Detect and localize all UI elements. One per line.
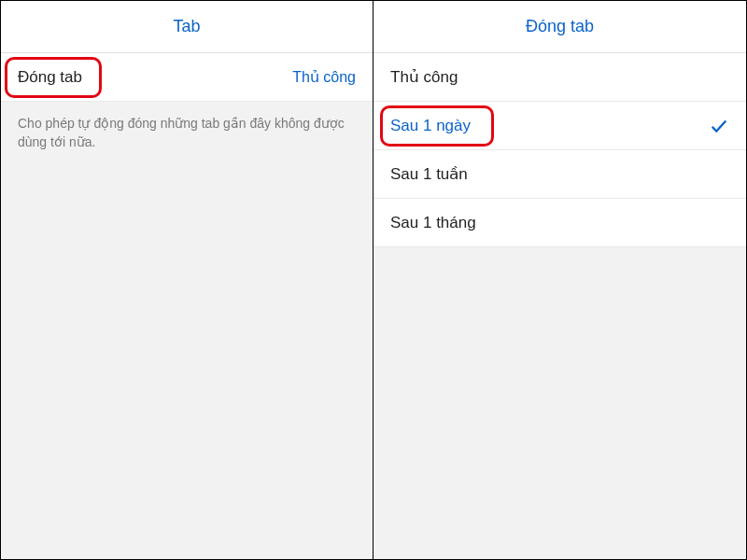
app-container: Tab Đóng tab Thủ công Cho phép tự động đ… <box>0 0 747 560</box>
option-1-week[interactable]: Sau 1 tuần <box>374 150 746 199</box>
left-header-title: Tab <box>173 17 200 36</box>
option-1-month[interactable]: Sau 1 tháng <box>374 199 746 247</box>
close-tabs-row[interactable]: Đóng tab Thủ công <box>1 53 373 102</box>
right-header: Đóng tab <box>374 1 746 53</box>
option-1-day[interactable]: Sau 1 ngày <box>374 102 746 150</box>
right-header-title: Đóng tab <box>526 17 594 36</box>
checkmark-icon <box>709 116 729 136</box>
option-manual[interactable]: Thủ công <box>374 53 746 102</box>
option-label: Thủ công <box>390 67 458 87</box>
close-tabs-row-label: Đóng tab <box>18 68 82 87</box>
close-tabs-row-value: Thủ công <box>292 68 356 86</box>
left-panel: Tab Đóng tab Thủ công Cho phép tự động đ… <box>1 1 374 559</box>
close-tabs-description: Cho phép tự động đóng những tab gần đây … <box>1 102 373 151</box>
option-label: Sau 1 ngày <box>390 117 471 135</box>
right-panel: Đóng tab Thủ công Sau 1 ngày Sau 1 tuần … <box>374 1 746 559</box>
left-header: Tab <box>1 1 373 53</box>
option-label: Sau 1 tháng <box>390 214 476 232</box>
options-list: Thủ công Sau 1 ngày Sau 1 tuần Sau 1 thá… <box>374 53 746 247</box>
option-label: Sau 1 tuần <box>390 164 468 184</box>
